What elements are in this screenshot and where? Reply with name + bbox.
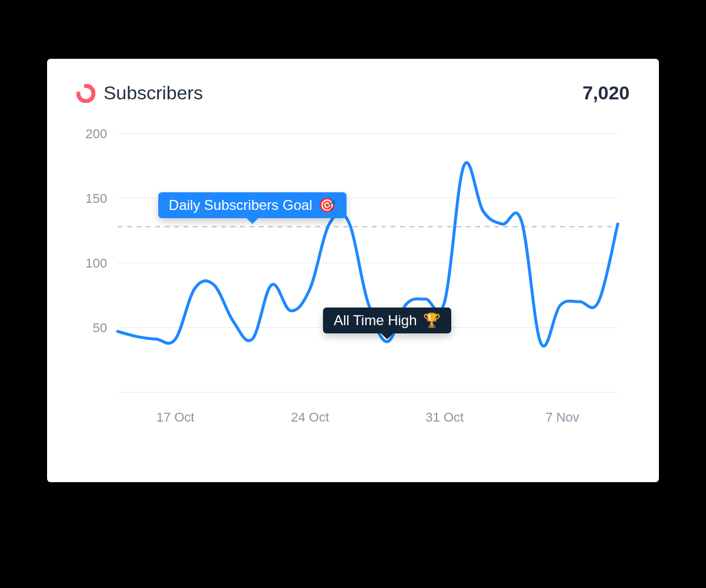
card-title: Subscribers [104,82,203,104]
trophy-icon: 🏆 [423,313,441,328]
goal-tooltip-label: Daily Subscribers Goal [169,198,312,212]
target-icon: 🎯 [318,198,336,212]
all-time-high-tooltip: All Time High 🏆 [323,308,451,333]
subscribers-chart: 5010015020017 Oct24 Oct31 Oct7 Nov Daily… [76,122,630,439]
svg-text:50: 50 [93,320,107,335]
svg-text:100: 100 [85,256,107,270]
brand-logo-icon [76,84,95,103]
svg-text:7 Nov: 7 Nov [545,410,579,425]
svg-text:24 Oct: 24 Oct [291,410,329,425]
card-header: Subscribers 7,020 [76,82,630,104]
goal-tooltip: Daily Subscribers Goal 🎯 [158,192,347,218]
subscribers-card: Subscribers 7,020 5010015020017 Oct24 Oc… [47,59,659,482]
svg-text:200: 200 [85,126,107,141]
svg-text:31 Oct: 31 Oct [425,410,464,425]
svg-text:150: 150 [85,191,107,206]
all-time-high-label: All Time High [334,313,417,328]
svg-text:17 Oct: 17 Oct [156,410,195,425]
total-subscribers: 7,020 [582,82,630,104]
